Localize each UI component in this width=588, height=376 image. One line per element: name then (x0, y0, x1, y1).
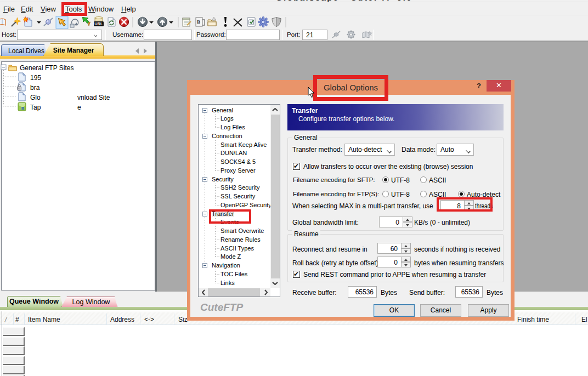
svg-text:URL: URL (94, 21, 103, 26)
svg-text:B: B (197, 19, 200, 25)
svg-text:n: n (21, 105, 25, 111)
